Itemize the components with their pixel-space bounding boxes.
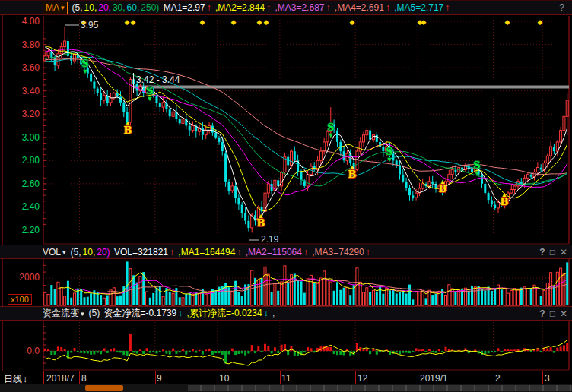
stock-chart-app: MA▾ (5,10,20,30,60,250) MA1=2.97↑ ,MA2=2… <box>0 0 572 392</box>
header-segment: ,MA4=2.691 <box>332 2 383 13</box>
event-diamond-icon[interactable]: ◆ <box>538 19 543 26</box>
price-axis-label: 3.80 <box>0 40 40 50</box>
main-price-chart[interactable]: 4.003.803.603.403.203.002.802.602.402.20… <box>0 15 572 245</box>
moneyflow-indicator-values: (5) 资金净流=-0.1739↓ ,累计净流=-0.0234↓ , <box>89 307 277 320</box>
event-diamond-icon[interactable]: ◆ <box>200 19 205 26</box>
header-segment: (5, <box>72 2 83 13</box>
help-icon[interactable]: ? <box>539 308 545 319</box>
trend-arrow-icon: ↑ <box>266 2 271 13</box>
maximize-icon[interactable]: □ <box>550 308 555 319</box>
price-axis-label: 2.20 <box>0 225 40 236</box>
header-segment: 10, <box>83 247 96 258</box>
header-segment: 10, <box>84 2 97 13</box>
low-label: 2.19 <box>261 234 278 245</box>
trend-arrow-icon: ↑ <box>237 247 241 258</box>
price-axis-label: 3.40 <box>0 86 40 96</box>
caret-down-icon: ▾ <box>61 4 65 11</box>
volume-unit-label: x100 <box>8 294 32 305</box>
buy-signal-marker: ▲B <box>348 164 357 179</box>
header-segment: 资金净流=-0.1739 <box>104 308 177 318</box>
vol-indicator-dropdown[interactable]: VOL▾ <box>43 247 66 258</box>
trend-arrow-icon: ↑ <box>170 247 174 258</box>
moneyflow-indicator-dropdown[interactable]: 资金流变▾ <box>43 307 84 320</box>
volume-plot[interactable] <box>0 259 572 306</box>
date-label: 11 <box>281 373 291 384</box>
date-label: 2018/7 <box>46 373 75 384</box>
header-segment: ,MA2=2.844 <box>213 2 265 13</box>
event-diamond-icon[interactable]: ◆ <box>505 19 510 26</box>
event-diamond-icon[interactable]: ◆ <box>264 19 269 26</box>
date-label: 2 <box>495 373 500 384</box>
caret-down-icon: ▾ <box>62 248 66 256</box>
moneyflow-chart[interactable]: 0.0 <box>0 321 572 371</box>
header-segment: ,累计净流=-0.0234 <box>184 308 262 318</box>
header-segment: 20, <box>98 2 111 13</box>
price-axis-label: 4.00 <box>0 16 40 27</box>
header-segment: VOL=321821 <box>112 247 168 258</box>
header-segment: , <box>270 308 275 318</box>
price-axis-label: 2.60 <box>0 179 40 189</box>
header-segment: 250) <box>141 2 159 13</box>
candlestick-plot[interactable] <box>0 15 572 245</box>
event-diamond-icon[interactable]: ◆ <box>421 19 427 26</box>
volume-header: VOL▾ (5,10,20) VOL=321821↑ ,MA1=164494↑ … <box>0 245 572 259</box>
moneyflow-header: 资金流变▾ (5) 资金净流=-0.1739↓ ,累计净流=-0.0234↓ ,… <box>0 306 572 321</box>
date-separator <box>494 371 494 384</box>
date-separator <box>418 371 418 384</box>
event-diamond-icon[interactable]: ◆ <box>131 19 136 26</box>
header-segment: 30, <box>113 2 126 13</box>
close-icon[interactable]: ✕ <box>560 308 567 319</box>
gap-label: 3.42 - 3.44 <box>136 74 180 85</box>
close-icon[interactable]: ✕ <box>560 247 567 258</box>
date-separator <box>155 371 156 384</box>
buy-signal-marker: ▲B <box>439 179 447 194</box>
ma-indicator-dropdown[interactable]: MA▾ <box>43 2 68 14</box>
header-segment: 20) <box>97 247 110 258</box>
scrollbar-track-right <box>188 385 572 391</box>
moneyflow-button-label: 资金流变 <box>43 307 79 320</box>
moneyflow-plot[interactable] <box>0 321 572 371</box>
right-frame-line <box>570 0 570 392</box>
event-diamond-icon[interactable]: ◆ <box>350 19 355 26</box>
date-separator <box>43 371 44 384</box>
event-diamond-icon[interactable]: ◆ <box>257 19 262 26</box>
sell-signal-marker: S▼ <box>327 123 334 138</box>
date-label: 2019/1 <box>420 373 448 384</box>
high-label: 3.95 <box>81 20 98 30</box>
trend-arrow-icon: ↑ <box>366 247 370 258</box>
trend-arrow-icon: ↓ <box>178 308 183 318</box>
volume-chart[interactable]: 2000 x100 <box>0 259 572 306</box>
help-icon[interactable]: ? <box>559 2 564 13</box>
sell-signal-marker: S▼ <box>386 147 392 163</box>
help-icon[interactable]: ? <box>539 247 545 258</box>
scrollbar-thumb[interactable] <box>85 385 123 391</box>
horizontal-scrollbar[interactable] <box>0 384 572 392</box>
maximize-icon[interactable]: □ <box>550 247 555 258</box>
trend-arrow-icon: ↓ <box>264 308 269 318</box>
price-axis-label: 3.60 <box>0 62 40 73</box>
date-separator <box>280 371 281 384</box>
trend-arrow-icon: ↑ <box>386 2 390 13</box>
vol-indicator-values: (5,10,20) VOL=321821↑ ,MA1=164494↑ ,MA2=… <box>71 247 372 258</box>
header-segment: ,MA3=2.687 <box>272 2 324 13</box>
ma-indicator-values: (5,10,20,30,60,250) MA1=2.97↑ ,MA2=2.844… <box>72 2 452 13</box>
left-frame-line <box>2 0 3 392</box>
header-segment: ,MA3=74290 <box>310 247 364 258</box>
date-label: 10 <box>219 373 229 384</box>
sell-signal-marker: S▼ <box>146 87 153 102</box>
event-diamond-icon[interactable]: ◆ <box>125 19 130 26</box>
ma-button-label: MA <box>46 2 59 13</box>
date-label: 12 <box>358 373 367 384</box>
price-axis-label: 3.20 <box>0 109 40 119</box>
main-indicator-header: MA▾ (5,10,20,30,60,250) MA1=2.97↑ ,MA2=2… <box>0 0 572 15</box>
header-segment: 60, <box>127 2 140 13</box>
date-separator <box>542 371 543 384</box>
vol-button-label: VOL <box>43 247 61 258</box>
header-segment: ,MA2=115064 <box>243 247 302 258</box>
arrow-down-icon: ↓ <box>23 374 27 384</box>
date-separator <box>355 371 356 384</box>
event-diamond-icon[interactable]: ◆ <box>231 19 237 26</box>
moneyflow-panel-icons: ? □ ✕ <box>539 308 567 319</box>
period-label: 日线 <box>4 374 22 384</box>
caret-down-icon: ▾ <box>81 310 84 318</box>
